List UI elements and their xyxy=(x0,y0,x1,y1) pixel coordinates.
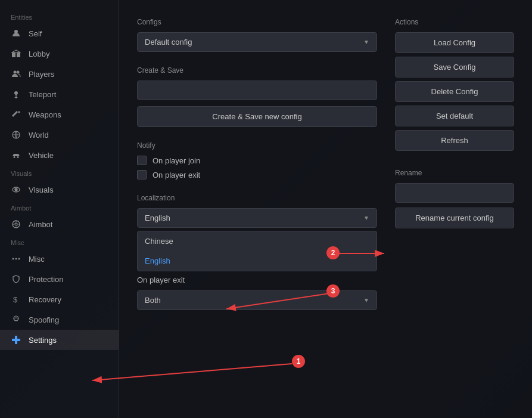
sidebar-section-entities: Entities xyxy=(0,9,119,23)
notify-exit-checkbox[interactable] xyxy=(137,170,147,179)
svg-point-4 xyxy=(17,71,20,74)
recovery-icon: $ xyxy=(11,294,21,305)
chat-notify-arrow-icon: ▼ xyxy=(363,297,369,304)
load-config-button[interactable]: Load Config xyxy=(395,32,514,53)
sidebar-item-weapons[interactable]: Weapons xyxy=(0,104,119,125)
localization-selected: English xyxy=(145,213,170,222)
svg-point-7 xyxy=(14,156,15,158)
sidebar-section-aimbot: Aimbot xyxy=(0,200,119,214)
refresh-button[interactable]: Refresh xyxy=(395,130,514,151)
create-save-section: Create & Save Create & Save new config xyxy=(137,66,377,127)
sidebar-item-self[interactable]: Self xyxy=(0,23,119,44)
sidebar-item-aimbot[interactable]: Aimbot xyxy=(0,214,119,234)
svg-point-5 xyxy=(14,91,18,95)
sidebar-item-spoofing[interactable]: Spoofing xyxy=(0,309,119,330)
create-save-button[interactable]: Create & Save new config xyxy=(137,106,377,127)
notify-join-checkbox[interactable] xyxy=(137,156,147,165)
sidebar-item-recovery[interactable]: $ Recovery xyxy=(0,289,119,309)
sidebar: Entities Self Lobby Players Teleport xyxy=(0,0,119,418)
sidebar-label-protection: Protection xyxy=(29,275,64,284)
chat-notify-selected: Both xyxy=(145,296,161,305)
content-area: Configs Default config ▼ Create & Save C… xyxy=(119,0,532,418)
sidebar-label-self: Self xyxy=(29,29,42,38)
sidebar-label-teleport: Teleport xyxy=(29,90,56,99)
sidebar-item-lobby[interactable]: Lobby xyxy=(0,44,119,64)
chat-notify-dropdown[interactable]: Both ▼ xyxy=(137,290,377,310)
svg-point-12 xyxy=(15,223,17,225)
protection-icon xyxy=(11,274,21,284)
content-columns: Configs Default config ▼ Create & Save C… xyxy=(137,18,514,310)
sidebar-label-aimbot: Aimbot xyxy=(29,220,52,229)
notify-section: Notify On player join On player exit xyxy=(137,141,377,179)
configs-arrow-icon: ▼ xyxy=(363,39,369,45)
visuals-icon xyxy=(11,184,21,195)
svg-point-8 xyxy=(17,156,19,158)
rename-section: Rename Rename current config xyxy=(395,169,514,228)
localization-option-english[interactable]: English xyxy=(138,251,377,271)
aimbot-icon xyxy=(11,219,21,230)
chat-on-exit-label: On player exit xyxy=(137,275,377,284)
content-right: Actions Load Config Save Config Delete C… xyxy=(395,18,514,310)
sidebar-label-recovery: Recovery xyxy=(29,295,61,304)
configs-selected: Default config xyxy=(145,38,192,47)
sidebar-item-vehicle[interactable]: Vehicle xyxy=(0,145,119,165)
set-default-button[interactable]: Set default xyxy=(395,106,514,126)
svg-text:$: $ xyxy=(13,295,18,304)
sidebar-label-lobby: Lobby xyxy=(29,49,49,58)
notify-exit-label: On player exit xyxy=(153,171,200,179)
lobby-icon xyxy=(11,48,21,59)
svg-rect-23 xyxy=(12,339,20,341)
sidebar-item-visuals[interactable]: Visuals xyxy=(0,179,119,200)
self-icon xyxy=(11,28,21,39)
weapons-icon xyxy=(11,109,21,120)
configs-dropdown[interactable]: Default config ▼ xyxy=(137,32,377,52)
spoofing-icon xyxy=(11,314,21,325)
rename-input[interactable] xyxy=(395,183,514,203)
teleport-icon xyxy=(11,89,21,100)
sidebar-item-misc[interactable]: Misc xyxy=(0,249,119,269)
settings-icon xyxy=(11,335,21,345)
localization-arrow-icon: ▼ xyxy=(363,215,369,221)
sidebar-label-vehicle: Vehicle xyxy=(29,151,54,160)
localization-dropdown-popup: Chinese English xyxy=(137,231,377,271)
sidebar-item-players[interactable]: Players xyxy=(0,64,119,84)
sidebar-label-visuals: Visuals xyxy=(29,185,54,194)
svg-point-17 xyxy=(13,258,14,260)
sidebar-section-misc: Misc xyxy=(0,234,119,249)
sidebar-label-misc: Misc xyxy=(29,255,45,264)
svg-point-18 xyxy=(15,258,17,260)
notify-join-label: On player join xyxy=(153,156,200,165)
svg-rect-1 xyxy=(12,52,15,57)
world-icon xyxy=(11,129,21,140)
svg-rect-2 xyxy=(17,52,20,57)
rename-config-button[interactable]: Rename current config xyxy=(395,208,514,228)
notify-exit-row: On player exit xyxy=(137,170,377,179)
save-config-button[interactable]: Save Config xyxy=(395,57,514,78)
sidebar-section-visuals: Visuals xyxy=(0,165,119,179)
sidebar-item-protection[interactable]: Protection xyxy=(0,269,119,289)
sidebar-item-world[interactable]: World xyxy=(0,125,119,145)
sidebar-item-teleport[interactable]: Teleport xyxy=(0,84,119,104)
actions-label: Actions xyxy=(395,18,514,26)
notify-label: Notify xyxy=(137,141,377,150)
sidebar-label-settings: Settings xyxy=(29,336,57,345)
localization-dropdown[interactable]: English ▼ xyxy=(137,208,377,228)
sidebar-label-spoofing: Spoofing xyxy=(29,315,59,324)
svg-point-10 xyxy=(15,188,17,191)
rename-label: Rename xyxy=(395,169,514,177)
localization-label: Localization xyxy=(137,194,377,202)
localization-option-chinese[interactable]: Chinese xyxy=(138,231,377,251)
sidebar-label-weapons: Weapons xyxy=(29,110,61,119)
localization-section: Localization English ▼ Chinese English xyxy=(137,194,377,228)
vehicle-icon xyxy=(11,150,21,160)
main-container: Entities Self Lobby Players Teleport xyxy=(0,0,532,418)
sidebar-item-settings[interactable]: Settings xyxy=(0,330,119,350)
chat-on-exit-section: On player exit Both ▼ xyxy=(137,275,377,310)
misc-icon xyxy=(11,253,21,264)
svg-point-19 xyxy=(18,258,20,260)
sidebar-label-world: World xyxy=(29,131,49,140)
delete-config-button[interactable]: Delete Config xyxy=(395,81,514,102)
configs-label: Configs xyxy=(137,18,377,26)
content-left: Configs Default config ▼ Create & Save C… xyxy=(137,18,377,310)
create-save-input[interactable] xyxy=(137,80,377,100)
